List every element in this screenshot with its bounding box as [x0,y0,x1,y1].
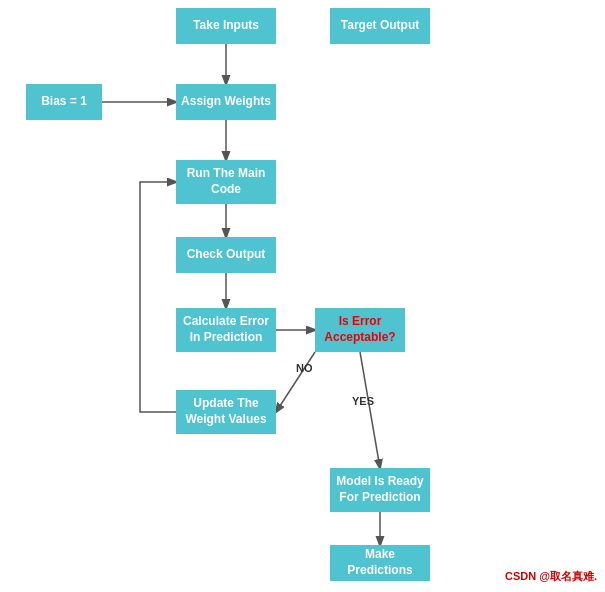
flowchart: Take Inputs Target Output Bias = 1 Assig… [0,0,605,592]
no-label: NO [296,362,313,374]
bias-box: Bias = 1 [26,84,102,120]
svg-line-6 [360,352,380,468]
svg-line-5 [276,352,315,412]
model-ready-box: Model Is Ready For Prediction [330,468,430,512]
watermark: CSDN @取名真难. [505,569,597,584]
take-inputs-box: Take Inputs [176,8,276,44]
target-output-box: Target Output [330,8,430,44]
update-weights-box: Update The Weight Values [176,390,276,434]
yes-label: YES [352,395,374,407]
run-main-code-box: Run The Main Code [176,160,276,204]
make-predictions-box: Make Predictions [330,545,430,581]
calc-error-box: Calculate Error In Prediction [176,308,276,352]
assign-weights-box: Assign Weights [176,84,276,120]
check-output-box: Check Output [176,237,276,273]
is-error-box: Is Error Acceptable? [315,308,405,352]
